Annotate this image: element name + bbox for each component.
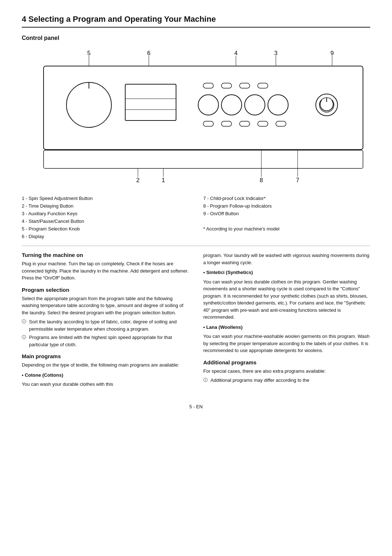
turning-on-text: Plug in your machine. Turn the tap on co… (22, 260, 189, 282)
left-column: Turning the machine on Plug in your mach… (22, 252, 189, 393)
info-item-1: Sort the laundry according to type of fa… (22, 318, 189, 332)
synthetics-title: • Sintetici (Synthetics) (203, 269, 370, 276)
svg-rect-8 (125, 84, 176, 120)
legend-item-8: 8 - Program Follow-up Indicators (203, 203, 370, 209)
right-column: program. Your laundry will be washed wit… (203, 252, 370, 393)
legend-item-2: 2 - Time Delaying Button (22, 203, 189, 209)
svg-point-15 (198, 95, 219, 115)
svg-rect-27 (44, 150, 363, 168)
svg-point-17 (245, 95, 265, 115)
svg-rect-14 (258, 83, 268, 88)
main-programs-intro: Depending on the type of textile, the fo… (22, 361, 189, 369)
legend-item-7: 7 - Child-proof Lock Indicator* (203, 195, 370, 202)
program-selection-info-list: Sort the laundry according to type of fa… (22, 318, 189, 348)
label-4: 4 (234, 50, 238, 56)
main-programs-section: Main programs Depending on the type of t… (22, 353, 189, 388)
label-7-bottom: 7 (296, 177, 299, 183)
control-panel-section: Control panel 5 6 4 3 9 (22, 35, 370, 240)
svg-point-6 (66, 82, 111, 127)
svg-point-19 (316, 94, 338, 116)
legend-item-3: 3 - Auxiliary Function Keys (22, 210, 189, 217)
svg-rect-26 (276, 121, 286, 126)
legend-item-6: 6 - Display (22, 233, 189, 240)
main-programs-title: Main programs (22, 353, 189, 359)
legend-item-4: 4 - Start/Pause/Cancel Button (22, 218, 189, 225)
program-selection-section: Program selection Select the appropriate… (22, 287, 189, 348)
legend-item-9: 9 - On/Off Button (203, 210, 370, 217)
program-selection-title: Program selection (22, 287, 189, 293)
legend-grid: 1 - Spin Speed Adjustment Button 7 - Chi… (22, 195, 370, 240)
section-divider (22, 246, 370, 246)
label-9: 9 (331, 50, 334, 56)
woollens-text: You can wash your machine-washable woole… (203, 333, 370, 354)
label-3: 3 (274, 50, 278, 56)
cottons-continuation: program. Your laundry will be washed wit… (203, 252, 370, 266)
svg-rect-25 (258, 121, 268, 126)
svg-rect-22 (203, 121, 213, 126)
page-number: 5 - EN (22, 404, 370, 409)
additional-info-item-1: Additional programs may differ according… (203, 377, 370, 384)
legend-footnote: * According to your machine's model (203, 225, 370, 232)
right-col-section: program. Your laundry will be washed wit… (203, 252, 370, 354)
diagram-svg: 5 6 4 3 9 (22, 45, 370, 190)
turning-on-section: Turning the machine on Plug in your mach… (22, 252, 189, 282)
label-8-bottom: 8 (260, 177, 263, 183)
additional-programs-info-list: Additional programs may differ according… (203, 377, 370, 384)
cottons-title: • Cotone (Cottons) (22, 372, 189, 379)
svg-point-16 (221, 95, 242, 115)
control-panel-diagram: 5 6 4 3 9 (22, 45, 370, 191)
svg-rect-5 (44, 66, 363, 150)
label-5: 5 (87, 50, 91, 56)
turning-on-title: Turning the machine on (22, 252, 189, 258)
cottons-text: You can wash your durable clothes with t… (22, 381, 189, 388)
woollens-title: • Lana (Woollens) (203, 324, 370, 331)
program-selection-text: Select the appropriate program from the … (22, 295, 189, 316)
svg-rect-12 (221, 83, 232, 88)
body-content: Turning the machine on Plug in your mach… (22, 252, 370, 393)
additional-programs-section: Additional programs For special cases, t… (203, 359, 370, 384)
svg-rect-23 (221, 121, 232, 126)
legend-item-5: 5 - Program Selection Knob (22, 225, 189, 232)
additional-programs-intro: For special cases, there are also extra … (203, 368, 370, 375)
control-panel-title: Control panel (22, 35, 370, 41)
svg-point-18 (268, 95, 288, 115)
page-title: 4 Selecting a Program and Operating Your… (22, 15, 370, 28)
label-2-bottom: 2 (136, 177, 140, 183)
svg-rect-13 (240, 83, 250, 88)
svg-rect-11 (203, 83, 213, 88)
info-item-2: Programs are limited with the highest sp… (22, 334, 189, 348)
additional-programs-title: Additional programs (203, 359, 370, 365)
synthetics-text: You can wash your less durable clothes o… (203, 278, 370, 321)
svg-rect-24 (240, 121, 250, 126)
label-6: 6 (147, 50, 151, 56)
label-1-bottom: 1 (162, 177, 165, 183)
legend-item-1: 1 - Spin Speed Adjustment Button (22, 195, 189, 202)
